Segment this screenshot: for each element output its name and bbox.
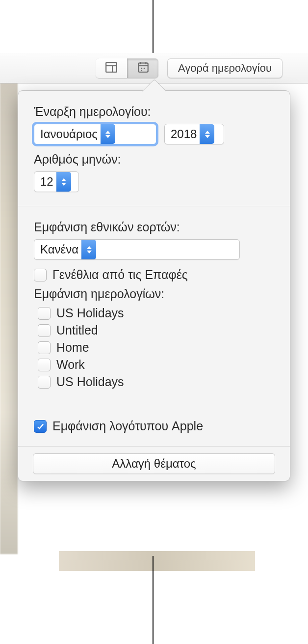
svg-point-6 <box>141 70 142 71</box>
chevron-updown-icon <box>200 124 214 144</box>
calendar-settings-button[interactable] <box>127 58 158 78</box>
chevron-updown-icon <box>56 172 71 192</box>
start-month-select[interactable]: Ιανουάριος <box>34 124 156 144</box>
national-holidays-value: Κανένα <box>40 243 81 256</box>
calendar-item[interactable]: Work <box>38 358 274 372</box>
months-count-label: Αριθμός μηνών: <box>34 152 274 167</box>
calendar-item[interactable]: US Holidays <box>38 375 274 389</box>
svg-point-5 <box>143 68 145 69</box>
calendar-checkbox[interactable] <box>38 341 51 354</box>
apple-logo-checkbox-row[interactable]: Εμφάνιση λογότυπου Apple <box>34 419 274 433</box>
birthdays-checkbox-row[interactable]: Γενέθλια από τις Επαφές <box>34 268 274 282</box>
svg-rect-0 <box>106 62 117 72</box>
calendar-label: US Holidays <box>56 306 124 320</box>
calendar-checkbox[interactable] <box>38 324 51 337</box>
start-year-value: 2018 <box>171 127 200 141</box>
months-count-select[interactable]: 12 <box>34 171 79 192</box>
start-year-select[interactable]: 2018 <box>164 124 224 144</box>
background-photo-left <box>0 83 18 554</box>
calendar-label: Home <box>56 340 89 355</box>
svg-rect-3 <box>138 63 148 72</box>
callout-line-top <box>153 0 154 54</box>
calendar-checkbox[interactable] <box>38 307 51 320</box>
chevron-updown-icon <box>81 240 96 259</box>
layout-view-button[interactable] <box>96 58 127 78</box>
months-count-value: 12 <box>40 175 56 189</box>
checkmark-icon <box>36 422 45 431</box>
view-mode-segmented-control <box>96 58 158 78</box>
buy-calendar-button[interactable]: Αγορά ημερολογίου <box>167 58 282 78</box>
chevron-updown-icon <box>101 124 115 144</box>
calendar-checkbox[interactable] <box>38 359 51 371</box>
calendars-list: US Holidays Untitled Home Work US Holida… <box>38 306 274 389</box>
callout-line-bottom <box>153 556 154 644</box>
background-photo-bottom <box>59 551 255 571</box>
calendar-item[interactable]: US Holidays <box>38 306 274 320</box>
calendar-item[interactable]: Home <box>38 340 274 355</box>
holidays-section: Εμφάνιση εθνικών εορτών: Κανένα Γενέθλια… <box>18 206 290 406</box>
birthdays-checkbox[interactable] <box>34 269 47 281</box>
start-month-value: Ιανουάριος <box>40 127 101 141</box>
calendar-item[interactable]: Untitled <box>38 323 274 337</box>
calendar-label: Work <box>56 358 85 372</box>
apple-logo-checkbox[interactable] <box>34 420 47 433</box>
calendar-label: Untitled <box>56 323 98 337</box>
calendar-settings-popover: Έναρξη ημερολογίου: Ιανουάριος 2018 Αριθ… <box>18 90 290 481</box>
change-theme-section: Αλλαγή θέματος <box>18 446 290 481</box>
calendar-checkbox[interactable] <box>38 376 51 389</box>
calendar-label: US Holidays <box>56 375 124 389</box>
national-holidays-label: Εμφάνιση εθνικών εορτών: <box>34 220 274 234</box>
birthdays-label: Γενέθλια από τις Επαφές <box>52 268 188 282</box>
apple-logo-section: Εμφάνιση λογότυπου Apple <box>18 406 290 446</box>
national-holidays-select[interactable]: Κανένα <box>34 239 240 260</box>
change-theme-button[interactable]: Αλλαγή θέματος <box>33 453 275 474</box>
calendar-settings-icon <box>137 61 150 75</box>
apple-logo-label: Εμφάνιση λογότυπου Apple <box>52 419 203 433</box>
toolbar: Αγορά ημερολογίου <box>0 53 308 84</box>
layout-grid-icon <box>105 61 118 75</box>
start-label: Έναρξη ημερολογίου: <box>34 105 274 119</box>
start-section: Έναρξη ημερολογίου: Ιανουάριος 2018 Αριθ… <box>18 91 290 206</box>
show-calendars-label: Εμφάνιση ημερολογίων: <box>34 287 274 301</box>
svg-point-4 <box>141 68 142 69</box>
